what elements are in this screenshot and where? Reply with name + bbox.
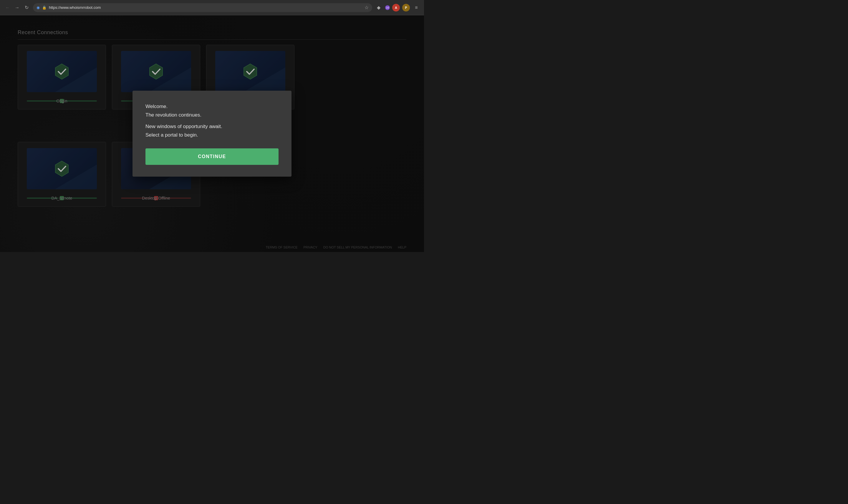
shield-icon: ◉ bbox=[37, 5, 40, 10]
notification-badge[interactable]: 16 bbox=[385, 5, 390, 10]
nav-buttons: ← → ↻ bbox=[3, 3, 31, 12]
browser-chrome: ← → ↻ ◉ 🔒 https://www.whoismrrobot.com ☆… bbox=[0, 0, 424, 15]
modal-line-1: Welcome. bbox=[145, 103, 278, 111]
menu-icon[interactable]: ≡ bbox=[412, 3, 420, 12]
page-content: Recent Connections Origin bbox=[0, 15, 424, 252]
modal-dialog: Welcome. The revolution continues. New w… bbox=[132, 91, 291, 177]
address-bar[interactable]: ◉ 🔒 https://www.whoismrrobot.com ☆ bbox=[33, 3, 372, 12]
forward-button[interactable]: → bbox=[13, 3, 21, 12]
reload-button[interactable]: ↻ bbox=[22, 3, 31, 12]
profile-avatar[interactable]: P bbox=[402, 4, 410, 12]
url-display: https://www.whoismrrobot.com bbox=[49, 5, 362, 10]
modal-line-4: Select a portal to begin. bbox=[145, 131, 278, 140]
back-button[interactable]: ← bbox=[3, 3, 12, 12]
bookmark-icon[interactable]: ☆ bbox=[364, 5, 369, 10]
modal-text-block: Welcome. The revolution continues. New w… bbox=[145, 103, 278, 140]
shield-action-icon[interactable]: ◆ bbox=[375, 3, 383, 12]
modal-line-3: New windows of opportunity await. bbox=[145, 123, 278, 131]
user-avatar[interactable]: A bbox=[392, 4, 400, 12]
modal-overlay: Welcome. The revolution continues. New w… bbox=[0, 15, 424, 252]
continue-button[interactable]: CONTINUE bbox=[145, 148, 278, 165]
browser-actions: ◆ 16 A P ≡ bbox=[375, 3, 420, 12]
lock-icon: 🔒 bbox=[42, 5, 47, 10]
modal-line-2: The revolution continues. bbox=[145, 111, 278, 120]
